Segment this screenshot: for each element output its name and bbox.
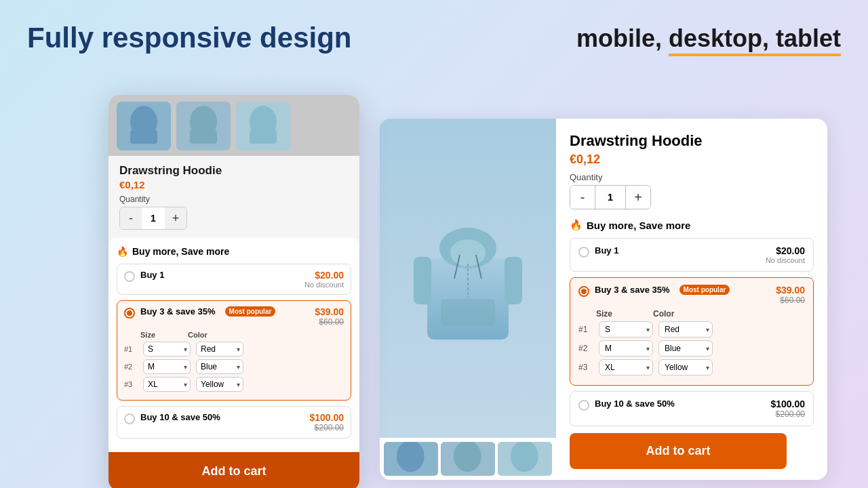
desktop-qty-minus-button[interactable]: - xyxy=(570,186,595,209)
desktop-card-body: Drawstring Hoodie €0,12 Quantity - 1 + 🔥… xyxy=(556,119,827,480)
svg-rect-14 xyxy=(441,299,495,326)
desktop-buy-more-title: 🔥 Buy more, Save more xyxy=(570,219,814,231)
mobile-color-select-2[interactable]: RedBlueYellow xyxy=(196,359,243,374)
mobile-card-body: Drawstring Hoodie €0,12 Quantity - 1 + xyxy=(108,156,359,230)
desktop-price-new-buy10: $100.00 xyxy=(770,399,805,409)
desktop-price-old-buy3: $60.00 xyxy=(776,296,805,305)
mobile-size-select-1[interactable]: SMLXL xyxy=(143,342,191,357)
hoodie-illustration xyxy=(414,211,522,346)
mobile-radio-buy10 xyxy=(124,413,135,424)
mobile-product-card: Drawstring Hoodie €0,12 Quantity - 1 + 🔥… xyxy=(108,95,359,488)
desktop-label-buy1: Buy 1 xyxy=(595,245,618,256)
desktop-product-card: Drawstring Hoodie €0,12 Quantity - 1 + 🔥… xyxy=(380,119,827,480)
mobile-thumb-3[interactable] xyxy=(236,102,290,150)
mobile-price-buy1: $20.00 xyxy=(304,270,344,281)
mobile-label-buy1: Buy 1 xyxy=(140,270,164,280)
mobile-badge-buy3: Most popular xyxy=(225,306,276,317)
fire-icon-mobile: 🔥 xyxy=(117,246,128,257)
desktop-add-to-cart-button[interactable]: Add to cart xyxy=(570,433,787,469)
desktop-label-buy3: Buy 3 & save 35% xyxy=(595,285,670,295)
fire-icon-desktop: 🔥 xyxy=(570,219,583,231)
mobile-qty-minus-button[interactable]: - xyxy=(120,207,142,229)
desktop-size-header: Size xyxy=(596,309,612,319)
mobile-price-new-buy10: $100.00 xyxy=(309,412,344,423)
header-highlight: desktop, tablet xyxy=(669,24,841,56)
mobile-price-old-buy3: $60.00 xyxy=(315,317,344,327)
mobile-size-color-grid: Size Color #1 SMLXL RedBlue xyxy=(124,331,344,392)
desktop-color-select-3[interactable]: RedBlueYellow xyxy=(658,359,713,375)
desktop-thumb-1[interactable] xyxy=(384,442,438,476)
svg-rect-8 xyxy=(250,130,277,144)
mobile-radio-buy1 xyxy=(124,271,135,282)
desktop-buy-option-buy3[interactable]: Buy 3 & save 35% Most popular $39.00 $60… xyxy=(570,277,814,386)
mobile-color-select-3[interactable]: RedBlueYellow xyxy=(196,377,243,392)
desktop-size-color-grid: Size Color #1 SMLXL RedBlue xyxy=(578,309,805,375)
svg-point-11 xyxy=(450,239,486,266)
mobile-product-price: €0,12 xyxy=(119,179,349,190)
mobile-product-title: Drawstring Hoodie xyxy=(119,164,349,178)
desktop-radio-buy10 xyxy=(578,400,589,411)
desktop-label-buy10: Buy 10 & save 50% xyxy=(595,399,675,409)
mobile-buy-more-section: 🔥 Buy more, Save more Buy 1 $20.00 No di… xyxy=(108,238,359,452)
desktop-thumb-3[interactable] xyxy=(498,442,552,476)
desktop-buy-option-buy10[interactable]: Buy 10 & save 50% $100.00 $200.00 xyxy=(570,391,814,426)
desktop-price-new-buy3: $39.00 xyxy=(776,285,805,296)
desktop-image-area xyxy=(380,119,556,480)
desktop-nodiscount-buy1: No discount xyxy=(766,256,805,264)
mobile-label-buy10: Buy 10 & save 50% xyxy=(140,412,220,422)
mobile-thumb-1[interactable] xyxy=(117,102,171,150)
mobile-radio-buy3 xyxy=(124,308,135,319)
desktop-thumb-2[interactable] xyxy=(441,442,495,476)
svg-rect-13 xyxy=(505,257,522,304)
page-title-left: Fully responsive design xyxy=(27,22,351,54)
desktop-radio-buy3 xyxy=(578,286,589,297)
desktop-badge-buy3: Most popular xyxy=(679,285,730,295)
svg-rect-2 xyxy=(130,130,157,144)
desktop-sc-row-2: #2 SMLXL RedBlueYellow xyxy=(578,340,805,357)
desktop-sc-row-3: #3 SMLXL RedBlueYellow xyxy=(578,359,805,375)
desktop-thumbnail-strip xyxy=(380,438,556,480)
mobile-qty-value: 1 xyxy=(142,207,165,229)
mobile-buy-more-title: 🔥 Buy more, Save more xyxy=(117,246,351,257)
mobile-add-to-cart-button[interactable]: Add to cart xyxy=(108,452,359,488)
mobile-label-buy3: Buy 3 & save 35% xyxy=(140,306,216,317)
mobile-qty-plus-button[interactable]: + xyxy=(165,207,186,229)
mobile-price-new-buy3: $39.00 xyxy=(315,306,344,317)
desktop-size-select-3[interactable]: SMLXL xyxy=(599,359,653,375)
mobile-buy-option-buy3[interactable]: Buy 3 & save 35% Most popular $39.00 $60… xyxy=(117,300,351,401)
header-prefix: mobile, xyxy=(576,24,669,52)
desktop-quantity-label: Quantity xyxy=(570,172,814,182)
mobile-color-select-1[interactable]: RedBlueYellow xyxy=(196,342,243,357)
mobile-sc-row-2: #2 SMLXL RedBlueYellow xyxy=(124,359,344,374)
desktop-main-image xyxy=(380,119,556,438)
desktop-qty-plus-button[interactable]: + xyxy=(626,186,650,209)
mobile-sc-row-3: #3 SMLXL RedBlueYellow xyxy=(124,377,344,392)
mobile-nodiscount-buy1: No discount xyxy=(304,281,344,289)
mobile-size-select-3[interactable]: SMLXL xyxy=(143,377,191,392)
page-title-right: mobile, desktop, tablet xyxy=(576,24,841,53)
desktop-size-select-1[interactable]: SMLXL xyxy=(599,321,653,338)
mobile-size-select-2[interactable]: SMLXL xyxy=(143,359,191,374)
desktop-price-buy1: $20.00 xyxy=(766,245,805,256)
mobile-buy-option-buy1[interactable]: Buy 1 $20.00 No discount xyxy=(117,264,351,295)
mobile-buy-option-buy10[interactable]: Buy 10 & save 50% $100.00 $200.00 xyxy=(117,406,351,439)
desktop-size-select-2[interactable]: SMLXL xyxy=(599,340,653,357)
desktop-qty-value: 1 xyxy=(595,186,626,209)
mobile-image-strip xyxy=(108,95,359,156)
mobile-size-header: Size xyxy=(140,331,155,339)
desktop-quantity-control: - 1 + xyxy=(570,185,651,209)
desktop-color-header: Color xyxy=(653,309,674,319)
mobile-thumb-2[interactable] xyxy=(176,102,231,150)
svg-rect-5 xyxy=(190,130,217,144)
desktop-color-select-2[interactable]: RedBlueYellow xyxy=(658,340,713,357)
desktop-sc-row-1: #1 SMLXL RedBlueYellow xyxy=(578,321,805,338)
mobile-quantity-control: - 1 + xyxy=(119,207,187,230)
desktop-radio-buy1 xyxy=(578,247,589,258)
desktop-product-price: €0,12 xyxy=(570,152,814,167)
mobile-color-header: Color xyxy=(188,331,208,339)
desktop-product-title: Drawstring Hoodie xyxy=(570,132,814,150)
mobile-price-old-buy10: $200.00 xyxy=(309,423,344,432)
desktop-buy-option-buy1[interactable]: Buy 1 $20.00 No discount xyxy=(570,238,814,272)
mobile-sc-row-1: #1 SMLXL RedBlueYellow xyxy=(124,342,344,357)
desktop-color-select-1[interactable]: RedBlueYellow xyxy=(658,321,713,338)
